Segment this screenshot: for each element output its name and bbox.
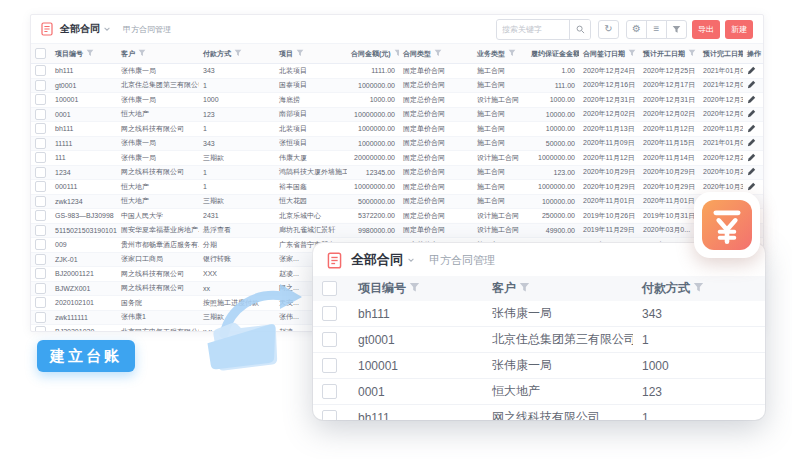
edit-icon[interactable] [747,109,756,118]
chevron-down-icon[interactable] [407,256,415,264]
filter-icon[interactable] [409,282,420,293]
cell-project[interactable]: 海底捞 [275,93,347,108]
settings-button[interactable]: ⚙ [626,20,647,39]
filter-icon[interactable] [296,49,304,57]
row-checkbox[interactable] [35,254,46,265]
row-checkbox[interactable] [35,181,46,192]
cell-project-code[interactable]: BJWZX001 [51,281,117,296]
row-checkbox[interactable] [35,65,46,76]
cell-customer[interactable]: 张家口工商局 [117,252,199,267]
table-row[interactable]: 11111张伟康一局343张恒项目1000000.00固定总价合同施工合同500… [31,136,764,151]
row-checkbox[interactable] [35,210,46,221]
edit-icon[interactable] [747,66,756,75]
ledger-shortcut-card[interactable] [694,192,760,258]
row-checkbox[interactable] [35,80,46,91]
row-checkbox[interactable] [35,167,46,178]
cell-customer[interactable]: 恒大地产 [117,180,199,195]
filter-icon[interactable] [628,49,636,57]
cell-project-code[interactable]: 111 [51,151,117,166]
cell-customer[interactable]: 北京同方电气工程有限公司 [117,325,199,333]
edit-icon[interactable] [747,80,756,89]
cell-project-code[interactable]: gt0001 [349,327,483,353]
cell-project-code[interactable]: 0001 [51,107,117,122]
row-checkbox[interactable] [35,94,46,105]
table-row[interactable]: gt0001北京住总集团第三有限公司1国泰项目1000000.00固定总价合同施… [31,78,764,93]
edit-icon[interactable] [747,167,756,176]
filter-icon[interactable] [508,49,516,57]
cell-project[interactable]: 恒大花园 [275,194,347,209]
cell-customer[interactable]: 张伟康一局 [117,64,199,79]
edit-icon[interactable] [747,182,756,191]
cell-customer[interactable]: 张伟康一局 [483,353,633,379]
cell-project[interactable]: 北京乐城中心 [275,209,347,224]
filter-icon[interactable] [693,282,704,293]
cell-project-code[interactable]: zwk111111 [51,310,117,325]
create-button[interactable]: 新建 [725,20,753,39]
cell-customer[interactable]: 贵州市都畅章酒店服务有... [117,238,199,253]
cell-project-code[interactable]: 5115021503190101 [51,223,117,238]
table-row[interactable]: 0001恒大地产123南部项目10000000.00固定总价合同施工合同1000… [31,107,764,122]
cell-customer[interactable]: 恒大地产 [483,379,633,405]
cell-project-code[interactable]: ZJK-01 [51,252,117,267]
cell-project-code[interactable]: 100001 [349,353,483,379]
select-all-checkbox[interactable] [35,48,46,59]
create-ledger-button[interactable]: 建立台账 [37,340,135,372]
cell-project[interactable]: 北装项目 [275,64,347,79]
row-checkbox[interactable] [322,358,337,373]
cell-customer[interactable]: 网之线科技有限公司 [483,405,633,421]
table-row[interactable]: zwk1234恒大地产三期款恒大花园5000000.00固定总价合同施工合同10… [31,194,764,209]
row-checkbox[interactable] [35,109,46,120]
row-checkbox[interactable] [35,152,46,163]
row-checkbox[interactable] [35,283,46,294]
cell-project-code[interactable]: gt0001 [51,78,117,93]
cell-project[interactable]: 张恒项目 [275,136,347,151]
row-checkbox[interactable] [35,268,46,279]
cell-project-code[interactable]: 009 [51,238,117,253]
cell-project-code[interactable]: bh111 [349,405,483,421]
filter-icon[interactable] [234,49,242,57]
cell-project-code[interactable]: 11111 [51,136,117,151]
cell-project[interactable]: 国泰项目 [275,78,347,93]
row-checkbox[interactable] [35,326,46,332]
table-row[interactable]: bh111张伟康一局343北装项目1111.00固定单价合同施工合同1.0020… [31,64,764,79]
table-row[interactable]: bh111张伟康一局343 [313,301,765,327]
cell-customer[interactable]: 张伟康一局 [117,151,199,166]
cell-project-code[interactable]: bh111 [51,122,117,137]
edit-icon[interactable] [747,124,756,133]
cell-customer[interactable]: 北京住总集团第三有限公司 [117,78,199,93]
cell-project-code[interactable]: 000111 [51,180,117,195]
filter-icon[interactable] [688,49,696,57]
cell-project-code[interactable]: 2020102101 [51,296,117,311]
cell-project-code[interactable]: BJ20201020 [51,325,117,333]
cell-project[interactable]: 南部项目 [275,107,347,122]
cell-customer[interactable]: 张伟康1 [117,310,199,325]
cell-project-code[interactable]: 1234 [51,165,117,180]
cell-project-code[interactable]: 0001 [349,379,483,405]
filter-icon[interactable] [86,49,94,57]
table-row[interactable]: 1234网之线科技有限公司1鸿鹄科技大厦外墙施工项目12345.00固定总价合同… [31,165,764,180]
row-checkbox[interactable] [322,332,337,347]
edit-icon[interactable] [747,95,756,104]
cell-customer[interactable]: 恒大地产 [117,194,199,209]
edit-icon[interactable] [747,153,756,162]
filter-icon[interactable] [394,49,399,57]
row-checkbox[interactable] [35,138,46,149]
table-row[interactable]: gt0001北京住总集团第三有限公司1 [313,327,765,353]
table-row[interactable]: 111张伟康一局三期款伟康大厦20000000.00固定总价合同设计施工合同10… [31,151,764,166]
row-checkbox[interactable] [322,384,337,399]
cell-customer[interactable]: 国务院 [117,296,199,311]
row-checkbox[interactable] [35,297,46,308]
cell-project[interactable]: 廊坊孔雀城汇景轩 [275,223,347,238]
filter-button[interactable] [666,20,687,39]
table-row[interactable]: bh111网之线科技有限公司1北装项目1000000.00固定单价合同施工合同1… [31,122,764,137]
table-row[interactable]: GS-983—BJ30998中国人民大学2431北京乐城中心5372200.00… [31,209,764,224]
cell-customer[interactable]: 固安华夏幸福基业房地产... [117,223,199,238]
table-row[interactable]: 100001张伟康一局1000 [313,353,765,379]
edit-icon[interactable] [747,138,756,147]
row-checkbox[interactable] [322,306,337,321]
cell-customer[interactable]: 网之线科技有限公司 [117,165,199,180]
cell-customer[interactable]: 北京住总集团第三有限公司 [483,327,633,353]
cell-customer[interactable]: 张伟康一局 [117,136,199,151]
row-checkbox[interactable] [322,410,337,420]
chevron-down-icon[interactable] [103,25,111,33]
